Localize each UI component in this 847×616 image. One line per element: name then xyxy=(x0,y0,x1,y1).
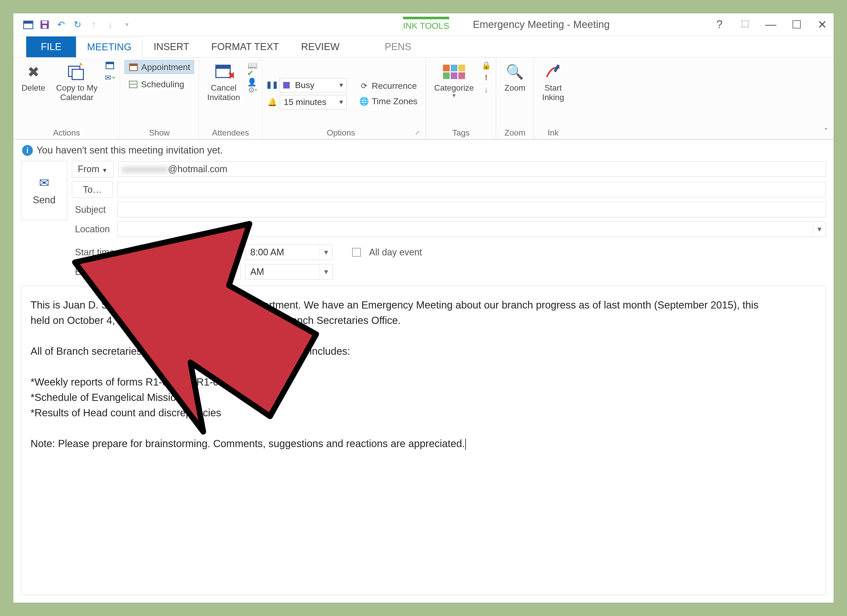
tab-format-text[interactable]: FORMAT TEXT xyxy=(200,37,290,57)
to-field[interactable] xyxy=(118,182,826,197)
end-time-label: End time xyxy=(72,266,128,277)
response-options-icon[interactable]: ⚙▾ xyxy=(247,85,257,95)
up-arrow-icon: ↑ xyxy=(88,19,100,30)
group-label-options: Options xyxy=(267,127,415,138)
globe-icon: 🌐 xyxy=(359,96,369,106)
from-button[interactable]: From ▼ xyxy=(72,161,114,177)
chevron-down-icon: ▼ xyxy=(320,245,332,260)
start-inking-label: Start Inking xyxy=(542,83,564,102)
from-field[interactable]: xxxxxxxxxx@hotmail.com xyxy=(118,161,826,177)
down-arrow-icon[interactable]: ↓ xyxy=(105,19,116,30)
start-time-field[interactable]: 8:00 AM▼ xyxy=(245,245,333,260)
recurrence-button[interactable]: ⟳ Recurrence xyxy=(355,79,421,93)
svg-rect-6 xyxy=(72,69,83,80)
ink-tools-label: INK TOOLS xyxy=(398,19,454,32)
ribbon-group-options: Busy ▼ 🔔 15 minutes ▼ ⟳ Recurrence xyxy=(262,58,426,139)
info-bar: i You haven't sent this meeting invitati… xyxy=(13,140,834,161)
svg-rect-3 xyxy=(42,21,47,24)
private-lock-icon[interactable]: 🔒 xyxy=(481,60,491,70)
copy-calendar-icon xyxy=(66,62,87,82)
group-label-actions: Actions xyxy=(18,127,115,138)
minimize-icon[interactable]: — xyxy=(764,18,777,31)
delete-x-icon: ✖ xyxy=(23,62,44,82)
pen-icon xyxy=(543,62,564,82)
qat-customize-icon[interactable]: ▾ xyxy=(121,19,133,30)
end-time-field[interactable]: AM▼ xyxy=(245,264,333,279)
recurrence-icon: ⟳ xyxy=(359,81,369,91)
end-date-field[interactable]: ▼ xyxy=(133,264,241,279)
zoom-button[interactable]: 🔍 Zoom xyxy=(501,60,529,94)
all-day-label: All day event xyxy=(369,247,422,258)
save-icon[interactable] xyxy=(39,19,50,30)
svg-rect-14 xyxy=(216,65,230,69)
all-day-checkbox[interactable] xyxy=(352,248,361,257)
delete-button[interactable]: ✖ Delete xyxy=(18,60,49,94)
low-importance-icon[interactable]: ↓ xyxy=(481,85,491,95)
chevron-down-icon: ▼ xyxy=(336,99,346,106)
high-importance-icon[interactable]: ! xyxy=(481,72,491,83)
calendar-icon[interactable] xyxy=(22,19,34,30)
scheduling-button[interactable]: Scheduling xyxy=(124,77,194,91)
start-inking-button[interactable]: Start Inking xyxy=(539,60,568,104)
forward-small-icon[interactable]: ✉➔ xyxy=(105,72,115,83)
collapse-ribbon-icon[interactable]: ˆ xyxy=(825,127,828,137)
show-as-icon xyxy=(267,80,277,90)
zoom-label: Zoom xyxy=(504,83,525,93)
chevron-down-icon: ▼ xyxy=(813,222,826,236)
ribbon-group-actions: ✖ Delete Copy to My Calendar ✉➔ Actions xyxy=(13,58,120,139)
ribbon-group-ink: Start Inking Ink xyxy=(534,58,572,139)
send-envelope-icon: ✉ xyxy=(39,176,49,190)
subject-label: Subject xyxy=(72,204,113,215)
start-time-label: Start time xyxy=(72,247,128,258)
reminder-dropdown[interactable]: 15 minutes ▼ xyxy=(280,95,347,109)
cancel-invitation-label: Cancel Invitation xyxy=(207,83,240,102)
appointment-label: Appointment xyxy=(141,62,190,72)
tab-meeting[interactable]: MEETING xyxy=(76,37,142,58)
copy-to-calendar-button[interactable]: Copy to My Calendar xyxy=(53,60,101,104)
info-bar-text: You haven't sent this meeting invitation… xyxy=(37,145,223,156)
app-window: ↶ ↻ ↑ ↓ ▾ INK TOOLS Emergency Meeting - … xyxy=(13,13,834,603)
recurrence-label: Recurrence xyxy=(372,81,417,91)
time-zones-button[interactable]: 🌐 Time Zones xyxy=(355,95,421,108)
reminder-bell-icon: 🔔 xyxy=(267,97,277,107)
to-button[interactable]: To… xyxy=(72,182,113,198)
svg-rect-4 xyxy=(43,25,47,28)
help-icon[interactable]: ? xyxy=(713,18,726,31)
reminder-value: 15 minutes xyxy=(280,97,336,107)
show-as-dropdown[interactable]: Busy ▼ xyxy=(280,78,347,92)
message-body[interactable]: This is Juan D. Smith Local Se f KHM Dep… xyxy=(21,286,826,595)
scheduling-label: Scheduling xyxy=(141,79,184,89)
maximize-icon[interactable]: ☐ xyxy=(790,18,803,31)
chevron-down-icon: ▼ xyxy=(320,264,332,279)
location-field[interactable]: ▼ xyxy=(118,222,826,237)
delete-label: Delete xyxy=(22,83,46,93)
close-icon[interactable]: ✕ xyxy=(816,18,829,31)
send-label: Send xyxy=(33,195,56,205)
subject-field[interactable] xyxy=(118,202,826,217)
group-label-ink: Ink xyxy=(539,127,568,138)
tab-insert[interactable]: INSERT xyxy=(142,37,200,57)
categorize-button[interactable]: Categorize ▼ xyxy=(431,60,478,100)
meeting-form: ✉ Send From ▼ xxxxxxxxxx@hotmail.com To…… xyxy=(13,161,834,286)
ribbon-display-options-icon[interactable]: ⬚ xyxy=(739,18,751,31)
check-names-icon[interactable]: ✔👤 xyxy=(247,72,257,83)
tab-file[interactable]: FILE xyxy=(26,37,76,57)
group-label-tags: Tags xyxy=(431,127,491,138)
options-dialog-launcher-icon[interactable]: ⤢ xyxy=(415,129,421,136)
calendar-small-icon[interactable] xyxy=(105,60,115,70)
undo-icon[interactable]: ↶ xyxy=(55,19,67,30)
cancel-invitation-button[interactable]: ✖ Cancel Invitation xyxy=(204,60,243,104)
quick-access-toolbar: ↶ ↻ ↑ ↓ ▾ xyxy=(13,19,142,30)
ribbon-group-show: Appointment Scheduling Show xyxy=(120,58,199,139)
send-button[interactable]: ✉ Send xyxy=(21,161,67,220)
group-label-zoom: Zoom xyxy=(501,127,529,138)
window-title: Emergency Meeting - Meeting xyxy=(473,19,610,30)
ribbon-group-zoom: 🔍 Zoom Zoom xyxy=(496,58,534,139)
start-date-field[interactable]: ▼ xyxy=(133,245,241,260)
tab-pens[interactable]: PENS xyxy=(374,37,422,57)
svg-rect-1 xyxy=(24,21,33,24)
redo-icon[interactable]: ↻ xyxy=(72,19,83,30)
location-label: Location xyxy=(72,224,113,235)
tab-review[interactable]: REVIEW xyxy=(290,37,351,57)
appointment-button[interactable]: Appointment xyxy=(124,60,194,74)
